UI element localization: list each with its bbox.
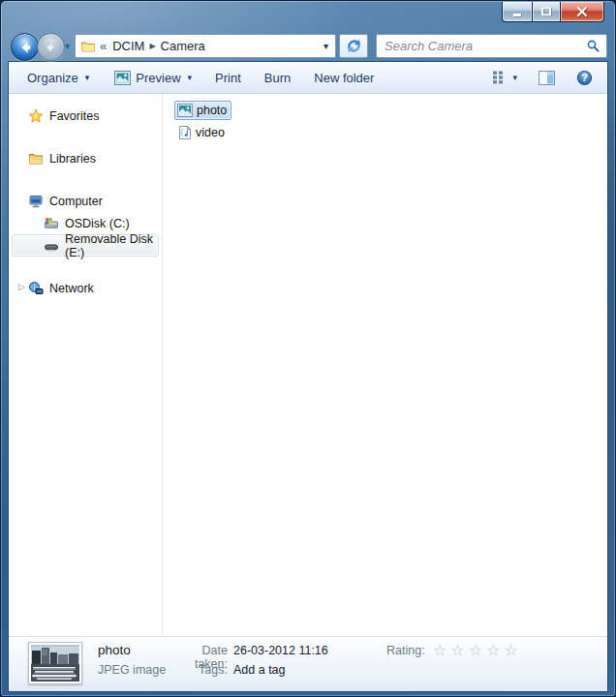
new-folder-label: New folder — [314, 71, 374, 85]
sidebar-item-computer[interactable]: Computer — [12, 190, 159, 212]
refresh-icon — [346, 38, 362, 54]
hard-drive-icon — [44, 216, 59, 231]
breadcrumb-item-dcim[interactable]: DCIM — [108, 39, 148, 53]
maximize-icon — [539, 4, 554, 19]
main-area: Favorites Libraries — [9, 94, 607, 636]
arrow-right-icon — [44, 40, 59, 55]
details-file-type: JPEG image — [98, 663, 166, 677]
help-button[interactable]: ? — [573, 67, 596, 89]
sidebar-group-computer: Computer — [9, 190, 162, 257]
question-mark-icon: ? — [576, 70, 593, 86]
preview-label: Preview — [136, 71, 180, 85]
preview-pane-button[interactable] — [536, 68, 558, 88]
breadcrumb-item-camera[interactable]: Camera — [157, 39, 209, 53]
window-content: Organize ▾ Preview ▾ Print Burn Ne — [8, 61, 608, 692]
date-taken-value: 26-03-2012 11:16 — [233, 644, 328, 657]
minimize-button[interactable] — [502, 2, 532, 22]
change-view-button[interactable]: ▾ — [488, 67, 520, 88]
file-item-photo[interactable]: photo — [174, 101, 231, 120]
address-bar[interactable]: « DCIM ▶ Camera ▾ — [75, 34, 336, 58]
sidebar-item-favorites[interactable]: Favorites — [12, 105, 159, 127]
computer-icon — [28, 194, 44, 209]
svg-text:?: ? — [581, 72, 587, 83]
toolbar-right-group: ▾ ? — [488, 67, 596, 89]
print-label: Print — [215, 71, 241, 85]
navigation-pane: Favorites Libraries — [9, 94, 162, 636]
file-name: video — [196, 126, 225, 139]
navigation-bar: ▾ « DCIM ▶ Camera ▾ — [1, 30, 615, 62]
picture-icon — [114, 71, 131, 85]
split-pane-icon — [539, 71, 555, 85]
tags-label: Tags: — [168, 663, 228, 677]
print-button[interactable]: Print — [208, 67, 248, 89]
maximize-button[interactable] — [532, 2, 560, 22]
expander-icon[interactable]: ▷ — [18, 282, 25, 291]
history-dropdown[interactable]: ▾ — [65, 41, 70, 51]
minimize-icon — [509, 4, 525, 19]
chevron-down-icon: ▾ — [85, 73, 90, 82]
sidebar-item-removable-disk-e[interactable]: Removable Disk (E:) — [12, 234, 159, 257]
preview-button[interactable]: Preview ▾ — [108, 67, 199, 89]
marina-photo-thumbnail — [31, 645, 79, 682]
sidebar-item-label: Computer — [49, 195, 103, 208]
file-item-video[interactable]: video — [174, 123, 230, 142]
details-file-name: photo — [98, 643, 131, 657]
explorer-window: ▾ « DCIM ▶ Camera ▾ — [0, 0, 616, 697]
burn-button[interactable]: Burn — [258, 67, 297, 89]
sidebar-item-label: OSDisk (C:) — [65, 217, 130, 230]
search-box — [376, 34, 607, 58]
pane-divider — [162, 94, 163, 636]
chevron-down-icon: ▾ — [512, 73, 517, 82]
sidebar-item-label: Libraries — [49, 152, 96, 166]
sidebar-group-network: ▷ Network — [9, 277, 162, 299]
rating-stars[interactable]: ☆☆☆☆☆ — [433, 641, 522, 659]
file-row: photo — [174, 101, 607, 120]
chevron-down-icon: ▾ — [188, 73, 193, 82]
file-name: photo — [197, 104, 227, 117]
file-list: photo video — [162, 94, 607, 636]
organize-label: Organize — [27, 71, 78, 85]
sidebar-group-favorites: Favorites — [9, 105, 162, 127]
command-toolbar: Organize ▾ Preview ▾ Print Burn Ne — [9, 62, 607, 94]
sidebar-item-label: Removable Disk (E:) — [65, 232, 158, 259]
removable-drive-icon — [44, 238, 59, 254]
burn-label: Burn — [264, 71, 291, 85]
breadcrumb-separator-icon: ▶ — [148, 42, 156, 50]
rating-label: Rating: — [386, 644, 425, 657]
details-pane: photo JPEG image Date taken: 26-03-2012 … — [9, 636, 607, 691]
star-icon — [28, 108, 44, 124]
organize-button[interactable]: Organize ▾ — [20, 67, 96, 89]
breadcrumb-collapse-chevron[interactable]: « — [96, 39, 108, 53]
media-file-icon — [177, 125, 192, 140]
back-button[interactable] — [11, 33, 39, 61]
network-icon — [28, 281, 44, 296]
arrow-left-icon — [17, 40, 33, 55]
file-row: video — [174, 123, 607, 143]
sidebar-item-label: Favorites — [49, 109, 99, 123]
sidebar-item-label: Network — [49, 282, 94, 295]
search-icon[interactable] — [586, 39, 601, 53]
refresh-button[interactable] — [339, 34, 368, 58]
window-controls — [502, 2, 604, 22]
search-input[interactable] — [383, 38, 586, 54]
tile-grid-icon — [491, 70, 507, 85]
forward-button[interactable] — [37, 33, 65, 61]
folder-icon — [80, 39, 96, 54]
image-file-icon — [177, 104, 193, 117]
sidebar-group-libraries: Libraries — [9, 147, 162, 169]
new-folder-button[interactable]: New folder — [307, 67, 381, 89]
sidebar-item-network[interactable]: ▷ Network — [12, 277, 159, 299]
close-button[interactable] — [560, 2, 604, 22]
close-icon — [573, 4, 591, 19]
add-tag-field[interactable]: Add a tag — [233, 663, 286, 677]
file-thumbnail — [28, 642, 82, 684]
folder-icon — [28, 151, 44, 167]
address-dropdown[interactable]: ▾ — [321, 41, 331, 51]
sidebar-item-libraries[interactable]: Libraries — [12, 147, 159, 169]
